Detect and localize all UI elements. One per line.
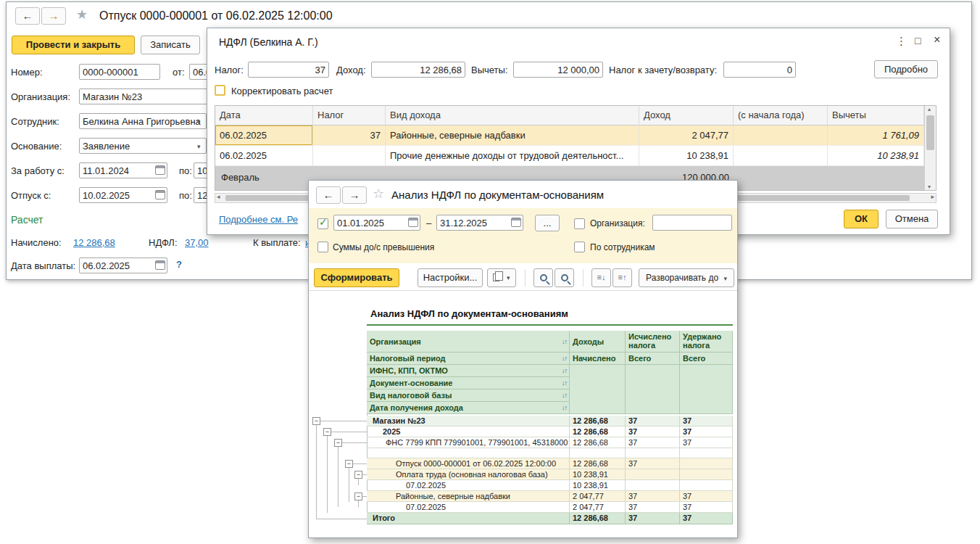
payment-date-input[interactable] bbox=[79, 257, 167, 273]
report-header-organization[interactable]: Организация ↓↑ bbox=[367, 331, 570, 353]
report-row-calculated[interactable]: 37 bbox=[626, 416, 680, 426]
table-cell-deductions[interactable]: 1 761,09 bbox=[828, 125, 924, 146]
period-to-input[interactable] bbox=[436, 215, 523, 231]
table-cell-deductions[interactable]: 10 238,91 bbox=[828, 146, 924, 166]
more-menu-icon[interactable]: ⋮ bbox=[896, 35, 907, 48]
group-collapse-expander[interactable] bbox=[323, 428, 331, 436]
report-row-withheld[interactable]: 37 bbox=[680, 437, 733, 448]
report-header-accrued[interactable]: Начислено bbox=[570, 353, 626, 365]
expand-to-dropdown-icon[interactable]: ▾ bbox=[723, 275, 727, 282]
accrued-amount-link[interactable]: 12 286,68 bbox=[73, 237, 115, 248]
forward-button[interactable]: → bbox=[41, 7, 66, 25]
period-from-input[interactable] bbox=[333, 215, 420, 231]
employee-input[interactable] bbox=[79, 113, 207, 129]
basis-dropdown-icon[interactable]: ▾ bbox=[197, 143, 201, 150]
sort-icon[interactable]: ↓↑ bbox=[562, 367, 567, 374]
report-header-ifns[interactable]: ИФНС, КПП, ОКТМО ↓↑ bbox=[367, 365, 570, 377]
help-icon[interactable]: ? bbox=[176, 259, 182, 270]
report-row-withheld[interactable]: 37 bbox=[680, 502, 733, 513]
report-row-withheld[interactable]: 37 bbox=[680, 491, 733, 502]
report-row-label[interactable]: Магазин №23 bbox=[367, 416, 570, 426]
report-row-label[interactable]: 2025 bbox=[367, 426, 570, 437]
report-row-withheld[interactable] bbox=[680, 469, 733, 480]
report-row-calculated[interactable]: 37 bbox=[626, 502, 680, 513]
report-header-calculated[interactable]: Исчислено налога bbox=[626, 331, 680, 353]
income-input[interactable] bbox=[371, 62, 465, 78]
calendar-icon[interactable] bbox=[408, 218, 418, 227]
column-header-deductions[interactable]: Вычеты bbox=[828, 106, 924, 125]
report-row-income[interactable]: 12 286,68 bbox=[570, 426, 626, 437]
vacation-from-input[interactable] bbox=[79, 187, 167, 203]
report-total-label[interactable]: Итого bbox=[367, 513, 570, 524]
report-row-withheld[interactable]: 37 bbox=[680, 416, 733, 426]
calendar-icon[interactable] bbox=[155, 190, 165, 199]
report-row-label[interactable]: ФНС 7799 КПП 779901001, 779901001, 45318… bbox=[367, 437, 570, 448]
number-input[interactable] bbox=[79, 64, 160, 80]
scrollbar-thumb[interactable] bbox=[926, 115, 934, 150]
calendar-icon[interactable] bbox=[155, 165, 165, 175]
report-row-income[interactable]: 12 286,68 bbox=[570, 458, 626, 469]
report-row-income[interactable]: 12 286,68 bbox=[570, 437, 626, 448]
report-header-tax-base[interactable]: Вид налоговой базы ↓↑ bbox=[367, 390, 570, 402]
table-cell-income[interactable]: 10 238,91 bbox=[639, 146, 734, 166]
group-collapse-expander[interactable] bbox=[354, 471, 362, 479]
back-button[interactable]: ← bbox=[15, 7, 40, 25]
maximize-icon[interactable]: □ bbox=[915, 35, 921, 46]
settings-button[interactable]: Настройки... bbox=[418, 268, 483, 287]
details-register-link[interactable]: Подробнее см. Ре bbox=[219, 214, 298, 225]
column-header-income[interactable]: Доход bbox=[639, 106, 734, 125]
report-row-income[interactable]: 12 286,68 bbox=[570, 416, 626, 426]
report-header-income-date[interactable]: Дата получения дохода ↓↑ bbox=[367, 402, 570, 414]
report-row-calculated[interactable]: 37 bbox=[626, 458, 680, 469]
column-header-income-type[interactable]: Вид дохода bbox=[386, 106, 639, 125]
group-collapse-expander[interactable] bbox=[334, 439, 342, 447]
tax-input[interactable] bbox=[248, 62, 329, 78]
excess-sums-checkbox[interactable] bbox=[317, 242, 328, 252]
table-cell-date[interactable]: 06.02.2025 bbox=[215, 125, 313, 146]
sort-icon[interactable]: ↓↑ bbox=[562, 404, 567, 411]
favorite-star-icon[interactable]: ☆ bbox=[373, 186, 384, 202]
period-more-button[interactable]: ... bbox=[535, 215, 560, 231]
group-collapse-expander[interactable] bbox=[312, 417, 320, 425]
expand-groups-button[interactable]: ≡↓ bbox=[591, 268, 611, 287]
report-header-withheld[interactable]: Удержано налога bbox=[680, 331, 733, 353]
offset-input[interactable] bbox=[723, 62, 796, 78]
scroll-right-icon[interactable]: ▸ bbox=[931, 193, 934, 200]
search-button[interactable] bbox=[533, 268, 553, 287]
report-row-label[interactable]: Оплата труда (основная налоговая база) bbox=[367, 469, 570, 480]
table-cell-tax[interactable] bbox=[313, 146, 386, 166]
column-header-ytd[interactable]: (с начала года) bbox=[734, 106, 828, 125]
basis-input[interactable] bbox=[79, 138, 207, 154]
report-row-calculated[interactable] bbox=[626, 480, 680, 491]
employee-dropdown-icon[interactable]: ▾ bbox=[197, 118, 201, 125]
table-cell-ytd[interactable] bbox=[734, 125, 828, 146]
report-row-label[interactable]: 07.02.2025 bbox=[367, 502, 570, 513]
table-cell-income[interactable]: 2 047,77 bbox=[639, 125, 734, 146]
adjust-calculation-checkbox[interactable] bbox=[215, 85, 225, 96]
sort-icon[interactable]: ↓↑ bbox=[562, 379, 567, 387]
table-vertical-scrollbar[interactable]: ▴ ▾ bbox=[924, 106, 936, 190]
table-cell-ytd[interactable] bbox=[734, 146, 828, 166]
scroll-left-icon[interactable]: ◂ bbox=[217, 193, 220, 200]
report-row-withheld[interactable] bbox=[680, 480, 733, 491]
scroll-up-icon[interactable]: ▴ bbox=[928, 106, 931, 112]
favorite-star-icon[interactable]: ★ bbox=[76, 7, 88, 22]
report-total-calculated[interactable]: 37 bbox=[626, 513, 680, 524]
collapse-groups-button[interactable]: ≡↑ bbox=[612, 268, 632, 287]
organization-checkbox[interactable] bbox=[574, 218, 585, 229]
report-row-calculated[interactable]: 37 bbox=[626, 491, 680, 502]
report-header-income[interactable]: Доходы bbox=[570, 331, 626, 353]
report-row-income[interactable]: 10 238,91 bbox=[570, 469, 626, 480]
report-row-income[interactable]: 2 047,77 bbox=[570, 502, 626, 513]
report-header-period[interactable]: Налоговый период ↓↑ bbox=[367, 353, 570, 365]
report-row-withheld[interactable] bbox=[680, 458, 733, 469]
back-button[interactable]: ← bbox=[316, 186, 341, 204]
period-checkbox[interactable]: ✓ bbox=[317, 218, 328, 229]
by-employees-checkbox[interactable] bbox=[574, 242, 585, 252]
scroll-down-icon[interactable]: ▾ bbox=[928, 184, 931, 190]
work-from-input[interactable] bbox=[79, 162, 167, 178]
cancel-search-button[interactable] bbox=[555, 268, 574, 287]
report-header-total2[interactable]: Всего bbox=[680, 353, 733, 365]
save-report-button[interactable]: ▾ bbox=[487, 268, 516, 287]
group-collapse-expander[interactable] bbox=[354, 493, 362, 500]
